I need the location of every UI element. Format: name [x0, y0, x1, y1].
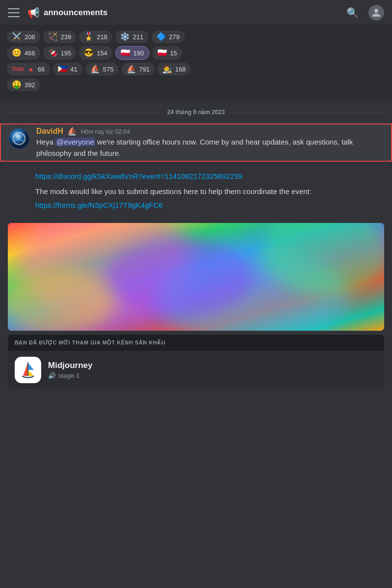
reaction-count: 239: [61, 33, 72, 41]
person-emoji: 🧑‍🎨: [162, 65, 172, 73]
message-text: Heya @everyone we're starting office hou…: [36, 137, 383, 159]
stage-app-icon: [15, 357, 41, 383]
user-avatar[interactable]: [9, 128, 29, 149]
forms-link[interactable]: https://forms.gle/N3pCXj17T9gK4gFC6: [35, 199, 384, 211]
reaction-count: 466: [24, 49, 35, 57]
reaction-diamond[interactable]: 🔷 279: [151, 30, 185, 43]
stage-sub-icon: 🔊: [48, 372, 56, 379]
separator-line-right: [229, 112, 384, 113]
reaction-count: 279: [169, 33, 180, 41]
reaction-poland-2[interactable]: 🇵🇱 15: [152, 46, 182, 60]
reaction-bow[interactable]: 🏹 239: [43, 30, 76, 43]
smile-emoji: 😊: [12, 49, 22, 57]
reaction-chocolate[interactable]: 🍫 195: [43, 46, 76, 60]
mention-everyone[interactable]: @everyone: [55, 138, 95, 146]
this-emoji: THIS: [12, 67, 24, 72]
stage-invite-header: BẠN ĐÃ ĐƯỢC MỜI THAM GIA MỘT KÊNH SÂN KH…: [8, 335, 384, 351]
sword-emoji: ⚔️: [12, 33, 22, 41]
username-boat-icon: ⛵: [67, 126, 77, 136]
stage-info: Midjourney 🔊 stage-1: [48, 361, 377, 379]
menu-button[interactable]: [8, 8, 20, 17]
reaction-philippines[interactable]: 🇵🇭 41: [53, 63, 82, 75]
reaction-count: 195: [61, 49, 72, 57]
reactions-row-1: ⚔️ 208 🏹 239 🎖️ 218 ❄️ 211 🔷 279: [7, 30, 385, 43]
discord-link[interactable]: https://discord.gg/kSkXawdVnR?event=1141…: [35, 171, 384, 182]
channel-title-area: 📢 announcements: [27, 7, 346, 19]
avatar-image: [9, 128, 29, 149]
reaction-sunglasses[interactable]: 😎 154: [79, 46, 112, 60]
text-before: Heya: [36, 138, 55, 146]
reaction-person[interactable]: 🧑‍🎨 168: [157, 63, 191, 75]
reaction-count: 168: [175, 66, 186, 73]
username[interactable]: DavidH: [36, 127, 63, 136]
philippines-flag-emoji: 🇵🇭: [58, 65, 68, 73]
reaction-count: 154: [97, 49, 107, 57]
stage-invite-body: Midjourney 🔊 stage-1: [8, 351, 384, 389]
date-separator: 24 tháng 8 năm 2023: [0, 101, 392, 123]
reaction-count: 575: [103, 66, 114, 73]
bow-emoji: 🏹: [48, 33, 58, 41]
chocolate-emoji: 🍫: [48, 49, 58, 57]
message-content: DavidH ⛵ Hôm nay lúc 02:04 Heya @everyon…: [36, 126, 383, 159]
medal-emoji: 🎖️: [84, 33, 94, 41]
channel-icon: 📢: [27, 7, 40, 19]
channel-name: announcements: [44, 8, 107, 18]
app-header: 📢 announcements 🔍: [0, 0, 392, 25]
user-avatar-icon[interactable]: [368, 5, 384, 21]
reaction-count: 392: [24, 81, 35, 89]
reactions-row-3: THIS 🔺 66 🇵🇭 41 ⛵ 575 ⛵ 791 🧑‍🎨 168: [7, 63, 385, 75]
svg-point-2: [16, 135, 20, 139]
reaction-count: 66: [38, 66, 45, 73]
header-actions: 🔍: [346, 5, 384, 21]
stage-app-name: Midjourney: [48, 361, 377, 370]
message-header: DavidH ⛵ Hôm nay lúc 02:04: [36, 126, 383, 136]
stage-invite-card: BẠN ĐÃ ĐƯỢC MỜI THAM GIA MỘT KÊNH SÂN KH…: [8, 335, 384, 389]
reaction-sword[interactable]: ⚔️ 208: [7, 30, 40, 43]
svg-point-6: [106, 238, 253, 316]
reaction-sailboat-2[interactable]: ⛵ 791: [122, 63, 155, 75]
reaction-money[interactable]: 🤑 392: [7, 78, 40, 91]
reaction-count: 15: [170, 49, 177, 57]
search-icon[interactable]: 🔍: [346, 7, 359, 19]
sunglasses-emoji: 😎: [84, 49, 94, 57]
poland-flag-emoji: 🇵🇱: [121, 49, 130, 57]
money-emoji: 🤑: [12, 81, 22, 89]
reactions-row-2: 😊 466 🍫 195 😎 154 🇵🇱 190 🇵🇱 15: [7, 46, 385, 60]
reaction-count: 791: [139, 66, 150, 73]
poland-flag-emoji-2: 🇵🇱: [157, 49, 167, 57]
reaction-count: 211: [133, 33, 144, 41]
highlighted-message: DavidH ⛵ Hôm nay lúc 02:04 Heya @everyon…: [0, 123, 392, 162]
reaction-smile[interactable]: 😊 466: [7, 46, 40, 60]
message-timestamp: Hôm nay lúc 02:04: [81, 128, 130, 135]
reactions-row-4: 🤑 392: [7, 78, 385, 91]
reaction-count: 41: [71, 66, 77, 73]
mods-text: The mods would like you to submit questi…: [35, 186, 384, 197]
reaction-medal[interactable]: 🎖️ 218: [79, 30, 112, 43]
sailboat-emoji-1: ⛵: [90, 65, 100, 73]
message-image: [8, 223, 384, 331]
reaction-poland-1[interactable]: 🇵🇱 190: [115, 46, 149, 60]
snowflake-emoji: ❄️: [120, 33, 130, 41]
reaction-this[interactable]: THIS 🔺 66: [7, 63, 50, 75]
stage-sub: 🔊 stage-1: [48, 372, 377, 379]
date-separator-text: 24 tháng 8 năm 2023: [167, 109, 224, 116]
stage-label: stage-1: [58, 372, 79, 379]
reaction-snowflake[interactable]: ❄️ 211: [115, 30, 148, 43]
reaction-count: 208: [24, 33, 35, 41]
diamond-emoji: 🔷: [156, 33, 166, 41]
message-continuation: https://discord.gg/kSkXawdVnR?event=1141…: [0, 163, 392, 219]
reaction-count: 218: [97, 33, 107, 41]
reactions-area: ⚔️ 208 🏹 239 🎖️ 218 ❄️ 211 🔷 279 😊 466 🍫…: [0, 25, 392, 101]
sailboat-emoji-2: ⛵: [126, 65, 136, 73]
separator-line-left: [8, 112, 163, 113]
reaction-count: 190: [133, 49, 144, 57]
reaction-sailboat-1[interactable]: ⛵ 575: [85, 63, 119, 75]
